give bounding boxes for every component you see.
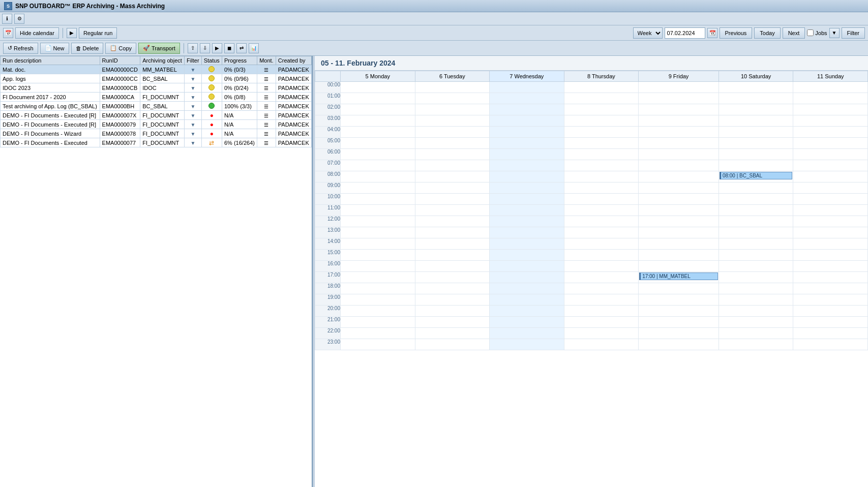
day-cell[interactable]: [793, 261, 868, 272]
today-button[interactable]: Today: [754, 27, 780, 39]
day-cell[interactable]: [341, 205, 415, 216]
day-cell[interactable]: [341, 328, 415, 339]
day-cell[interactable]: [719, 149, 793, 160]
day-cell[interactable]: [341, 138, 415, 149]
day-cell[interactable]: [415, 272, 490, 283]
day-cell[interactable]: [341, 261, 415, 272]
refresh-button[interactable]: ↺ Refresh: [3, 43, 38, 54]
day-cell[interactable]: [341, 317, 415, 328]
previous-button[interactable]: Previous: [720, 27, 753, 39]
day-cell[interactable]: [793, 127, 868, 138]
day-cell[interactable]: [639, 250, 719, 261]
day-cell[interactable]: [490, 272, 564, 283]
filter-button[interactable]: Filter: [842, 27, 865, 39]
day-cell[interactable]: [639, 227, 719, 238]
day-cell[interactable]: [341, 339, 415, 350]
day-cell[interactable]: [719, 339, 793, 350]
day-cell[interactable]: [490, 216, 564, 227]
tool1[interactable]: ⇧: [188, 43, 198, 53]
copy-button[interactable]: 📋 Copy: [105, 43, 136, 54]
hide-calendar-button[interactable]: Hide calendar: [15, 27, 59, 39]
day-cell[interactable]: [564, 149, 639, 160]
week-select[interactable]: Week: [633, 27, 663, 39]
tool6[interactable]: 📊: [249, 43, 259, 53]
day-cell[interactable]: [490, 317, 564, 328]
day-cell[interactable]: [564, 216, 639, 227]
day-cell[interactable]: [341, 82, 415, 93]
day-cell[interactable]: [793, 227, 868, 238]
day-cell[interactable]: [793, 294, 868, 306]
day-cell[interactable]: [415, 205, 490, 216]
day-cell[interactable]: [564, 171, 639, 182]
day-cell[interactable]: [415, 317, 490, 328]
day-cell[interactable]: [719, 238, 793, 250]
day-cell[interactable]: [719, 194, 793, 205]
day-cell[interactable]: [341, 227, 415, 238]
day-cell[interactable]: [719, 317, 793, 328]
day-cell[interactable]: [490, 149, 564, 160]
table-row[interactable]: Test archiving of App. Log (BC_SBAL) EMA…: [1, 102, 312, 111]
day-cell[interactable]: [490, 104, 564, 115]
day-cell[interactable]: [639, 182, 719, 194]
day-cell[interactable]: [490, 160, 564, 171]
calendar-event[interactable]: 08:00 | BC_SBAL: [720, 172, 793, 179]
day-cell[interactable]: [564, 182, 639, 194]
day-cell[interactable]: [415, 93, 490, 104]
day-cell[interactable]: [564, 104, 639, 115]
day-cell[interactable]: [793, 171, 868, 182]
day-cell[interactable]: [793, 339, 868, 350]
day-cell[interactable]: [490, 182, 564, 194]
day-cell[interactable]: [639, 104, 719, 115]
day-cell[interactable]: [564, 261, 639, 272]
day-cell[interactable]: [341, 160, 415, 171]
day-cell[interactable]: [639, 127, 719, 138]
day-cell[interactable]: [639, 115, 719, 127]
day-cell[interactable]: [490, 171, 564, 182]
day-cell[interactable]: 08:00 | BC_SBAL: [719, 171, 793, 182]
day-cell[interactable]: [341, 104, 415, 115]
table-container[interactable]: Run description RunID Archiving object F…: [0, 56, 312, 487]
day-cell[interactable]: [341, 93, 415, 104]
day-cell[interactable]: [415, 250, 490, 261]
day-cell[interactable]: [341, 194, 415, 205]
day-cell[interactable]: [415, 194, 490, 205]
day-cell[interactable]: [719, 138, 793, 149]
table-row[interactable]: Mat. doc. EMA00000CD MM_MATBEL ▼ 0% (0/3…: [1, 65, 312, 74]
new-button[interactable]: 📄 New: [40, 43, 69, 54]
day-cell[interactable]: [793, 194, 868, 205]
day-cell[interactable]: [341, 306, 415, 317]
day-cell[interactable]: [719, 306, 793, 317]
day-cell[interactable]: [564, 294, 639, 306]
day-cell[interactable]: [719, 227, 793, 238]
day-cell[interactable]: [719, 272, 793, 283]
day-cell[interactable]: [341, 182, 415, 194]
calendar-pick-icon[interactable]: 📆: [707, 28, 717, 38]
day-cell[interactable]: [639, 328, 719, 339]
day-cell[interactable]: [719, 127, 793, 138]
table-row[interactable]: App. logs EMA00000CC BC_SBAL ▼ 0% (0/96)…: [1, 74, 312, 83]
table-row[interactable]: FI Document 2017 - 2020 EMA0000CA FI_DOC…: [1, 93, 312, 102]
day-cell[interactable]: [639, 261, 719, 272]
day-cell[interactable]: [564, 306, 639, 317]
day-cell[interactable]: [793, 138, 868, 149]
table-row[interactable]: DEMO - FI Documents - Executed EMA000007…: [1, 138, 312, 147]
day-cell[interactable]: [490, 93, 564, 104]
day-cell[interactable]: [341, 250, 415, 261]
day-cell[interactable]: [415, 306, 490, 317]
day-cell[interactable]: [341, 149, 415, 160]
day-cell[interactable]: [341, 127, 415, 138]
transport-button[interactable]: 🚀 Transport: [138, 43, 180, 54]
date-input[interactable]: [665, 27, 705, 39]
day-cell[interactable]: [490, 138, 564, 149]
day-cell[interactable]: [793, 238, 868, 250]
day-cell[interactable]: [341, 216, 415, 227]
day-cell[interactable]: [341, 238, 415, 250]
table-row[interactable]: DEMO - FI Documents - Executed [R] EMA00…: [1, 120, 312, 129]
day-cell[interactable]: [564, 238, 639, 250]
day-cell[interactable]: [793, 328, 868, 339]
day-cell[interactable]: [564, 328, 639, 339]
tool4[interactable]: ◼: [224, 43, 234, 53]
day-cell[interactable]: [490, 115, 564, 127]
day-cell[interactable]: [415, 261, 490, 272]
day-cell[interactable]: [564, 339, 639, 350]
